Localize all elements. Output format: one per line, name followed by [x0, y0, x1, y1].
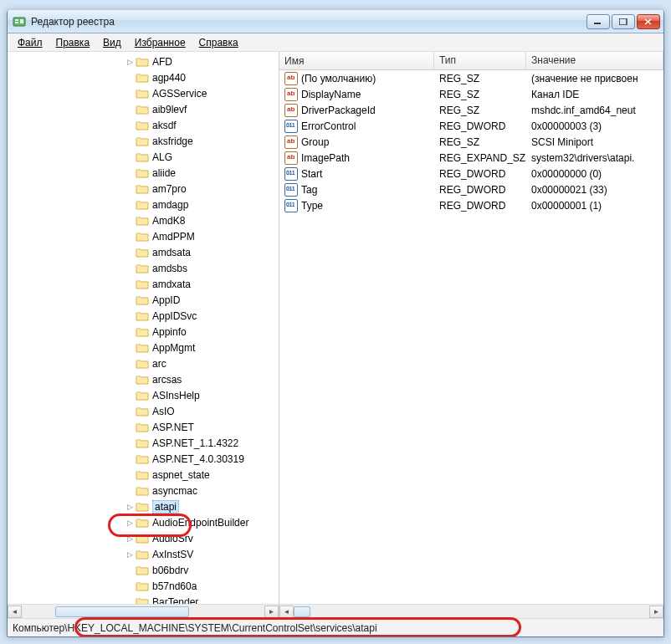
expand-icon[interactable]: ▷	[125, 518, 135, 528]
value-type: REG_SZ	[434, 105, 526, 116]
value-row[interactable]: StartREG_DWORD0x00000000 (0)	[279, 166, 663, 181]
tree-item-agsservice[interactable]: AGSService	[8, 85, 279, 101]
tree-item-amdsbs[interactable]: amdsbs	[8, 260, 279, 276]
tree-item-label: ASP.NET_1.1.4322	[152, 437, 238, 449]
tree-item-label: asyncmac	[152, 485, 197, 497]
menu-view[interactable]: Вид	[96, 34, 128, 51]
tree-item-label: arc	[152, 358, 166, 370]
list-hscroll[interactable]: ◄ ►	[279, 604, 663, 618]
titlebar[interactable]: Редактор реестра	[8, 10, 663, 33]
value-row[interactable]: GroupREG_SZSCSI Miniport	[279, 134, 663, 150]
menu-favorites[interactable]: Избранное	[128, 34, 192, 51]
expand-icon	[125, 470, 135, 480]
value-name: Start	[301, 168, 322, 180]
tree-item-asp-net-1-1-4322[interactable]: ASP.NET_1.1.4322	[8, 435, 279, 451]
tree-item-appinfo[interactable]: Appinfo	[8, 324, 279, 340]
tree-item-label: Appinfo	[152, 326, 187, 338]
tree-item-appidsvc[interactable]: AppIDSvc	[8, 308, 279, 324]
expand-icon	[125, 73, 135, 83]
tree-item-atapi[interactable]: ▷atapi	[8, 498, 279, 514]
folder-icon	[136, 596, 149, 605]
tree-hscroll[interactable]: ◄ ►	[8, 604, 279, 618]
value-name: ImagePath	[301, 152, 350, 164]
expand-icon[interactable]: ▷	[125, 534, 135, 544]
maximize-button[interactable]	[612, 14, 635, 29]
tree-item-bartender[interactable]: BarTender	[8, 594, 279, 604]
tree-item-amdxata[interactable]: amdxata	[8, 276, 279, 292]
tree-item-agp440[interactable]: agp440	[8, 69, 279, 85]
value-row[interactable]: TypeREG_DWORD0x00000001 (1)	[279, 197, 663, 213]
tree-item-asyncmac[interactable]: asyncmac	[8, 483, 279, 498]
tree-item-am7pro[interactable]: am7pro	[8, 181, 279, 197]
tree-item-alg[interactable]: ALG	[8, 149, 279, 165]
value-row[interactable]: DisplayNameREG_SZКанал IDE	[279, 86, 663, 102]
tree-item-appid[interactable]: AppID	[8, 292, 279, 308]
scroll-thumb[interactable]	[294, 606, 310, 617]
list-header[interactable]: Имя Тип Значение	[279, 52, 663, 70]
value-row[interactable]: DriverPackageIdREG_SZmshdc.inf_amd64_neu…	[279, 102, 663, 118]
tree-item-arc[interactable]: arc	[8, 355, 279, 371]
registry-tree[interactable]: ▷AFDagp440AGSServiceaib9levfaksdfaksfrid…	[8, 52, 279, 604]
menu-edit[interactable]: Правка	[49, 34, 97, 51]
col-header-value[interactable]: Значение	[526, 52, 663, 69]
folder-icon	[136, 310, 149, 322]
expand-icon	[125, 184, 135, 194]
folder-icon	[136, 485, 149, 497]
scroll-right-icon[interactable]: ►	[649, 606, 663, 618]
value-type: REG_SZ	[434, 89, 526, 100]
value-data: mshdc.inf_amd64_neut	[526, 105, 663, 116]
tree-item-label: arcsas	[152, 374, 182, 386]
tree-item-b06bdrv[interactable]: b06bdrv	[8, 562, 279, 578]
tree-item-aspnet-state[interactable]: aspnet_state	[8, 467, 279, 483]
menu-file[interactable]: Файл	[11, 34, 49, 51]
tree-item-asio[interactable]: AsIO	[8, 403, 279, 419]
tree-item-axinstsv[interactable]: ▷AxInstSV	[8, 546, 279, 562]
minimize-button[interactable]	[586, 14, 610, 29]
scroll-thumb[interactable]	[55, 606, 189, 617]
tree-item-aliide[interactable]: aliide	[8, 165, 279, 181]
value-row[interactable]: ErrorControlREG_DWORD0x00000003 (3)	[279, 118, 663, 134]
menu-help[interactable]: Справка	[192, 34, 245, 51]
scroll-left-icon[interactable]: ◄	[8, 606, 22, 618]
values-list[interactable]: (По умолчанию)REG_SZ(значение не присвое…	[279, 70, 663, 604]
value-type: REG_DWORD	[434, 120, 526, 132]
value-data: SCSI Miniport	[526, 136, 663, 148]
folder-icon	[136, 533, 149, 544]
tree-item-label: AppID	[152, 294, 180, 306]
tree-item-audioendpointbuilder[interactable]: ▷AudioEndpointBuilder	[8, 514, 279, 530]
expand-icon[interactable]: ▷	[125, 549, 135, 560]
svg-rect-5	[619, 18, 627, 25]
value-row[interactable]: ImagePathREG_EXPAND_SZsystem32\drivers\a…	[279, 150, 663, 166]
value-row[interactable]: (По умолчанию)REG_SZ(значение не присвое…	[279, 70, 663, 86]
tree-item-audiosrv[interactable]: ▷AudioSrv	[8, 530, 279, 546]
tree-item-amdagp[interactable]: amdagp	[8, 197, 279, 212]
close-button[interactable]	[637, 14, 660, 29]
registry-editor-window: Редактор реестра Файл Правка Вид Избранн…	[7, 10, 664, 637]
scroll-left-icon[interactable]: ◄	[279, 606, 294, 618]
value-row[interactable]: TagREG_DWORD0x00000021 (33)	[279, 181, 663, 197]
scroll-right-icon[interactable]: ►	[264, 606, 279, 618]
folder-icon	[136, 247, 149, 258]
tree-item-afd[interactable]: ▷AFD	[8, 54, 279, 69]
expand-icon[interactable]: ▷	[125, 502, 135, 512]
expand-icon	[125, 105, 135, 115]
tree-item-amdppm[interactable]: AmdPPM	[8, 228, 279, 244]
tree-item-amdk8[interactable]: AmdK8	[8, 212, 279, 228]
expand-icon	[125, 311, 135, 321]
tree-item-appmgmt[interactable]: AppMgmt	[8, 340, 279, 355]
tree-item-arcsas[interactable]: arcsas	[8, 371, 279, 387]
tree-item-aib9levf[interactable]: aib9levf	[8, 101, 279, 117]
tree-item-aksdf[interactable]: aksdf	[8, 117, 279, 133]
expand-icon[interactable]: ▷	[125, 57, 135, 67]
tree-item-b57nd60a[interactable]: b57nd60a	[8, 578, 279, 594]
folder-icon	[136, 437, 149, 449]
folder-icon	[136, 565, 149, 576]
col-header-type[interactable]: Тип	[434, 52, 526, 69]
tree-item-asp-net[interactable]: ASP.NET	[8, 419, 279, 435]
tree-item-asinshelp[interactable]: ASInsHelp	[8, 387, 279, 403]
tree-item-asp-net-4-0-30319[interactable]: ASP.NET_4.0.30319	[8, 451, 279, 467]
tree-item-amdsata[interactable]: amdsata	[8, 244, 279, 260]
tree-item-aksfridge[interactable]: aksfridge	[8, 133, 279, 149]
col-header-name[interactable]: Имя	[279, 52, 434, 69]
expand-icon	[125, 89, 135, 99]
